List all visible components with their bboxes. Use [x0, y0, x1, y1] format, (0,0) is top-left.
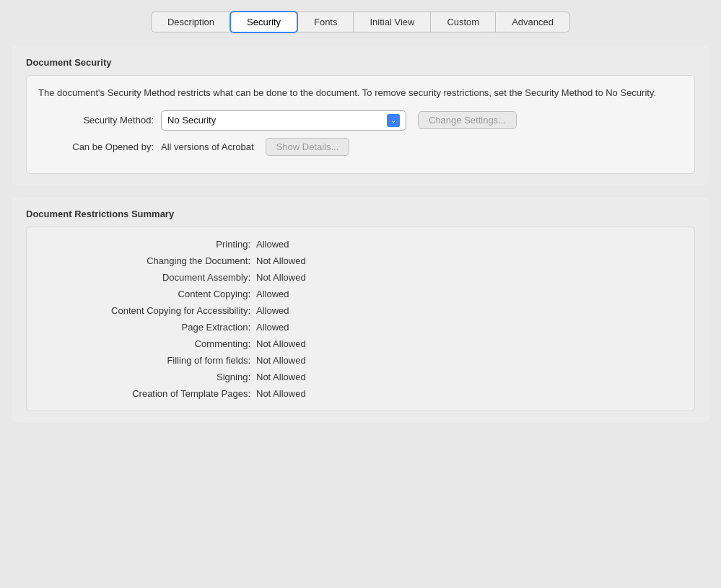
security-method-select[interactable]: No Security ⌄: [161, 110, 406, 131]
change-settings-button[interactable]: Change Settings...: [418, 111, 517, 129]
restriction-value: Not Allowed: [256, 255, 306, 266]
restriction-row: Creation of Template Pages:Not Allowed: [41, 388, 680, 399]
can-be-opened-label: Can be Opened by:: [38, 141, 154, 152]
restrictions-summary-panel: Document Restrictions Summary Printing:A…: [12, 197, 709, 423]
tab-custom[interactable]: Custom: [430, 12, 495, 32]
restriction-value: Not Allowed: [256, 388, 306, 399]
security-method-value: No Security: [167, 115, 216, 126]
restrictions-table: Printing:AllowedChanging the Document:No…: [26, 227, 695, 411]
restriction-label: Content Copying:: [41, 289, 250, 299]
security-description-text: The document's Security Method restricts…: [38, 86, 683, 100]
security-method-row: Security Method: No Security ⌄ Change Se…: [38, 110, 683, 131]
restriction-value: Allowed: [256, 239, 289, 250]
restriction-row: Content Copying:Allowed: [41, 289, 680, 299]
restriction-label: Changing the Document:: [41, 255, 250, 266]
restrictions-summary-title: Document Restrictions Summary: [26, 209, 695, 219]
restriction-row: Document Assembly:Not Allowed: [41, 272, 680, 283]
restriction-row: Commenting:Not Allowed: [41, 338, 680, 349]
document-security-panel: Document Security The document's Securit…: [12, 45, 709, 185]
can-be-opened-row: Can be Opened by: All versions of Acroba…: [38, 138, 683, 156]
security-description-box: The document's Security Method restricts…: [26, 75, 695, 174]
restriction-label: Content Copying for Accessibility:: [41, 305, 250, 316]
tab-security[interactable]: Security: [230, 11, 298, 33]
restriction-row: Printing:Allowed: [41, 239, 680, 250]
restriction-row: Signing:Not Allowed: [41, 372, 680, 382]
restriction-value: Not Allowed: [256, 372, 306, 382]
restriction-row: Page Extraction:Allowed: [41, 322, 680, 333]
restriction-row: Filling of form fields:Not Allowed: [41, 355, 680, 366]
can-be-opened-value: All versions of Acrobat: [161, 141, 254, 152]
tab-advanced[interactable]: Advanced: [495, 12, 570, 32]
document-security-title: Document Security: [26, 57, 695, 68]
restriction-label: Printing:: [41, 239, 250, 250]
tabs-bar: DescriptionSecurityFontsInitial ViewCust…: [12, 12, 709, 32]
restriction-row: Changing the Document:Not Allowed: [41, 255, 680, 266]
restriction-row: Content Copying for Accessibility:Allowe…: [41, 305, 680, 316]
restriction-label: Commenting:: [41, 338, 250, 349]
restriction-label: Signing:: [41, 372, 250, 382]
restriction-value: Allowed: [256, 322, 289, 333]
tab-initial-view[interactable]: Initial View: [353, 12, 430, 32]
tab-fonts[interactable]: Fonts: [297, 12, 354, 32]
restriction-label: Page Extraction:: [41, 322, 250, 333]
restriction-value: Allowed: [256, 305, 289, 316]
restriction-label: Document Assembly:: [41, 272, 250, 283]
restriction-value: Not Allowed: [256, 338, 306, 349]
restriction-value: Allowed: [256, 289, 289, 299]
select-arrow-icon: ⌄: [387, 114, 400, 127]
restriction-label: Creation of Template Pages:: [41, 388, 250, 399]
restriction-value: Not Allowed: [256, 355, 306, 366]
security-method-label: Security Method:: [38, 115, 154, 126]
restriction-label: Filling of form fields:: [41, 355, 250, 366]
tab-description[interactable]: Description: [151, 12, 230, 32]
restriction-value: Not Allowed: [256, 272, 306, 283]
show-details-button[interactable]: Show Details...: [266, 138, 350, 156]
